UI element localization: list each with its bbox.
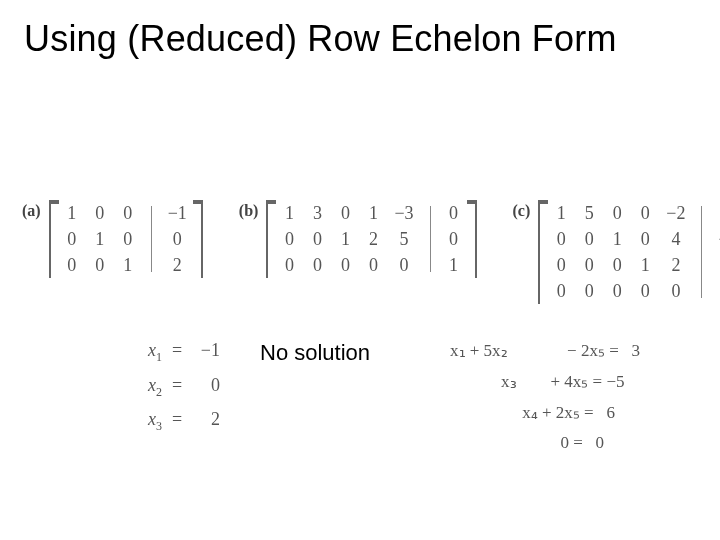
- col: 0 1 0: [338, 204, 352, 274]
- equation-line: x1 = −1: [60, 340, 220, 365]
- cell: 1: [282, 204, 296, 222]
- cell: 5: [582, 204, 596, 222]
- cell: 0: [610, 204, 624, 222]
- label-c: (c): [513, 200, 531, 220]
- equation-line: x₁ + 5x₂ − 2x₅ = 3: [450, 340, 700, 361]
- col: 0 1 0 0: [610, 204, 624, 300]
- cell: 0: [669, 282, 683, 300]
- cell: 2: [366, 230, 380, 248]
- matrix-b-body: 1 0 0 3 0 0 0 1 0 1: [276, 200, 466, 278]
- col: −3 5 0: [394, 204, 413, 274]
- matrix-c-body: 1 0 0 0 5 0 0 0 0 1 0 0: [548, 200, 720, 304]
- cell: 0: [93, 256, 107, 274]
- cell: 0: [93, 204, 107, 222]
- matrix-b: 1 0 0 3 0 0 0 1 0 1: [266, 200, 476, 278]
- cell: 0: [610, 256, 624, 274]
- eq-rhs: 0: [192, 375, 220, 396]
- col: 1 2 0: [366, 204, 380, 274]
- cell: 0: [554, 256, 568, 274]
- bracket-left-icon: [266, 200, 276, 278]
- eq-text: x₁ + 5x₂ − 2x₅ = 3: [450, 340, 640, 361]
- cell: 0: [121, 230, 135, 248]
- bracket-right-icon: [467, 200, 477, 278]
- cell: 0: [65, 230, 79, 248]
- cell: 0: [397, 256, 411, 274]
- cell: 4: [669, 230, 683, 248]
- aug-col: 0 0 1: [447, 204, 461, 274]
- cell: 0: [310, 230, 324, 248]
- eq-text: x₃ + 4x₅ = −5: [450, 371, 625, 392]
- matrix-c: 1 0 0 0 5 0 0 0 0 1 0 0: [538, 200, 720, 304]
- cell: 1: [638, 256, 652, 274]
- cell: 0: [582, 282, 596, 300]
- col: 3 0 0: [310, 204, 324, 274]
- equation-line: x2 = 0: [60, 375, 220, 400]
- cell: −1: [168, 204, 187, 222]
- eq-rhs: 2: [192, 409, 220, 430]
- cell: 0: [638, 282, 652, 300]
- cell: 0: [582, 256, 596, 274]
- equation-line: 0 = 0: [450, 433, 700, 453]
- equation-line: x₄ + 2x₅ = 6: [450, 402, 700, 423]
- cell: 1: [121, 256, 135, 274]
- cell: 0: [121, 204, 135, 222]
- cell: 0: [338, 204, 352, 222]
- cell: 1: [610, 230, 624, 248]
- cell: 0: [338, 256, 352, 274]
- matrix-a-body: 1 0 0 0 1 0 0 0 1: [59, 200, 193, 278]
- matrix-block-a: (a) 1 0 0 0 1 0 0 0: [22, 200, 203, 278]
- label-a: (a): [22, 200, 41, 220]
- slide: Using (Reduced) Row Echelon Form (a) 1 0…: [0, 0, 720, 540]
- cell: 0: [282, 230, 296, 248]
- eq-rhs: −1: [192, 340, 220, 361]
- eq-text: x₄ + 2x₅ = 6: [450, 402, 615, 423]
- aug-col: −1 0 2: [168, 204, 187, 274]
- cell: 3: [310, 204, 324, 222]
- cell: 1: [554, 204, 568, 222]
- col: 0 0 1 0: [638, 204, 652, 300]
- bracket-left-icon: [538, 200, 548, 304]
- cell: 0: [310, 256, 324, 274]
- equals-icon: =: [170, 340, 184, 361]
- cell: 1: [65, 204, 79, 222]
- matrix-a: 1 0 0 0 1 0 0 0 1: [49, 200, 203, 278]
- cell: 2: [669, 256, 683, 274]
- matrices-row: (a) 1 0 0 0 1 0 0 0: [22, 200, 702, 304]
- col: 1 0 0 0: [554, 204, 568, 300]
- eq-lhs: x2: [112, 375, 162, 400]
- cell: 0: [65, 256, 79, 274]
- cell: −2: [666, 204, 685, 222]
- col: 5 0 0 0: [582, 204, 596, 300]
- solution-c: x₁ + 5x₂ − 2x₅ = 3 x₃ + 4x₅ = −5 x₄ + 2x…: [450, 340, 700, 463]
- cell: −3: [394, 204, 413, 222]
- equals-icon: =: [170, 409, 184, 430]
- cell: 0: [554, 230, 568, 248]
- cell: 0: [610, 282, 624, 300]
- solution-a: x1 = −1 x2 = 0 x3 = 2: [60, 340, 220, 444]
- cell: 1: [366, 204, 380, 222]
- cell: 0: [447, 204, 461, 222]
- bracket-right-icon: [193, 200, 203, 278]
- no-solution-text: No solution: [260, 340, 370, 366]
- cell: 1: [93, 230, 107, 248]
- equation-line: x₃ + 4x₅ = −5: [450, 371, 700, 392]
- eq-lhs: x3: [112, 409, 162, 434]
- eq-text: 0 = 0: [450, 433, 604, 453]
- cell: 5: [397, 230, 411, 248]
- label-b: (b): [239, 200, 259, 220]
- col: −2 4 2 0: [666, 204, 685, 300]
- slide-title: Using (Reduced) Row Echelon Form: [24, 18, 617, 60]
- cell: 0: [447, 230, 461, 248]
- equation-line: x3 = 2: [60, 409, 220, 434]
- cell: 0: [366, 256, 380, 274]
- equals-icon: =: [170, 375, 184, 396]
- cell: 2: [170, 256, 184, 274]
- cell: 0: [170, 230, 184, 248]
- cell: 0: [582, 230, 596, 248]
- matrix-block-c: (c) 1 0 0 0 5 0 0 0: [513, 200, 720, 304]
- augment-bar-icon: [701, 206, 702, 298]
- col: 0 1 0: [93, 204, 107, 274]
- cell: 0: [554, 282, 568, 300]
- col: 0 0 1: [121, 204, 135, 274]
- cell: 1: [338, 230, 352, 248]
